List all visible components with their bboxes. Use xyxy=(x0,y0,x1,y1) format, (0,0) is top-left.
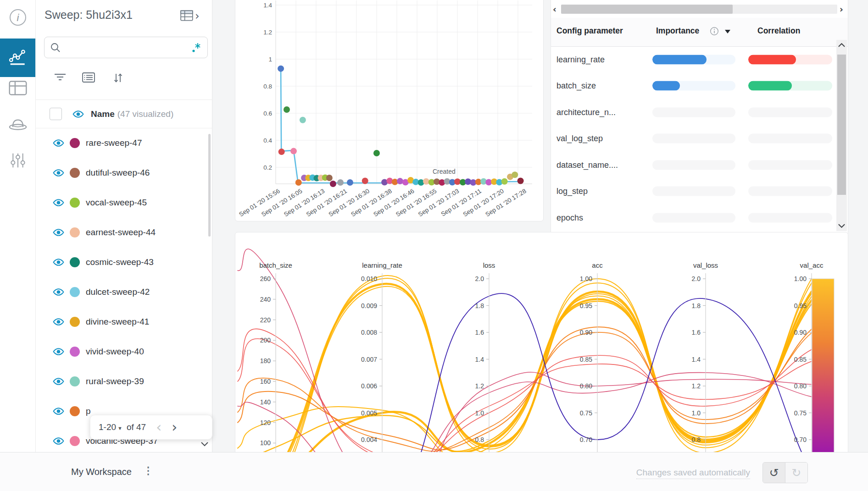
svg-text:0.80: 0.80 xyxy=(794,382,807,390)
run-list-scrollbar[interactable] xyxy=(208,134,211,237)
run-visibility-toggle[interactable] xyxy=(52,139,65,147)
run-visibility-toggle[interactable] xyxy=(52,377,65,386)
line-chart-icon xyxy=(9,50,27,66)
run-name[interactable]: dutiful-sweep-46 xyxy=(86,168,150,178)
run-visibility-toggle[interactable] xyxy=(52,169,65,177)
svg-text:260: 260 xyxy=(260,275,271,282)
importance-bar xyxy=(652,81,735,91)
info-button[interactable]: i xyxy=(0,1,35,34)
param-name: learning_rate xyxy=(556,55,605,64)
run-color-dot xyxy=(70,287,80,297)
table-icon xyxy=(9,81,27,95)
info-tooltip-icon[interactable] xyxy=(710,27,719,36)
run-row: rural-sweep-39 xyxy=(35,366,208,396)
eye-icon xyxy=(52,139,65,147)
run-pagination: 1-20 ▼ of 47 ‹ › xyxy=(90,415,212,440)
sort-caret-icon[interactable] xyxy=(724,29,731,34)
regex-toggle-icon[interactable] xyxy=(191,42,202,53)
run-name[interactable]: rural-sweep-39 xyxy=(86,376,144,386)
scroll-up-chevron-icon[interactable] xyxy=(838,43,846,48)
scroll-right-arrow-icon[interactable]: › xyxy=(840,4,843,14)
hscroll-track[interactable] xyxy=(561,5,837,14)
param-row[interactable]: learning_rate xyxy=(551,46,848,73)
vscroll-thumb[interactable] xyxy=(837,55,846,195)
select-all-checkbox[interactable] xyxy=(50,108,62,120)
name-column-header[interactable]: Name xyxy=(91,109,115,119)
created-chart[interactable]: 1.41.210.80.60.40.2Sep 01 '20 15:56Sep 0… xyxy=(235,0,543,221)
eye-icon xyxy=(52,258,65,266)
importance-column-header[interactable]: Importance xyxy=(656,26,699,36)
importance-bar xyxy=(652,160,735,170)
prev-page-button[interactable]: ‹ xyxy=(156,423,161,432)
run-color-dot xyxy=(70,317,80,327)
run-visibility-toggle[interactable] xyxy=(52,407,65,415)
search-icon xyxy=(50,42,61,53)
scroll-down-chevron-icon[interactable] xyxy=(200,441,209,447)
svg-text:1.8: 1.8 xyxy=(475,302,484,309)
run-name[interactable]: rare-sweep-47 xyxy=(86,138,142,148)
panel-settings-tab[interactable] xyxy=(0,144,35,177)
correlation-column-header[interactable]: Correlation xyxy=(757,26,800,36)
config-parameter-column-header: Config parameter xyxy=(556,26,623,36)
hscroll-thumb[interactable] xyxy=(561,5,733,14)
run-visibility-toggle[interactable] xyxy=(52,348,65,356)
next-page-button[interactable]: › xyxy=(172,423,177,432)
run-name[interactable]: vocal-sweep-45 xyxy=(86,198,147,208)
svg-text:140: 140 xyxy=(260,398,271,406)
run-name[interactable]: divine-sweep-41 xyxy=(86,317,149,327)
scroll-left-arrow-icon[interactable]: ‹ xyxy=(553,4,556,14)
scroll-down-chevron-icon[interactable] xyxy=(838,223,846,228)
redo-button[interactable]: ↻ xyxy=(785,463,807,483)
run-row: earnest-sweep-44 xyxy=(35,217,208,247)
toggle-all-visibility-button[interactable] xyxy=(72,110,84,118)
run-visibility-toggle[interactable] xyxy=(52,199,65,207)
run-name[interactable]: cosmic-sweep-43 xyxy=(86,257,154,267)
page-range[interactable]: 1-20 xyxy=(99,422,116,432)
left-icon-rail: i xyxy=(0,0,36,452)
param-row[interactable]: epochs xyxy=(551,204,848,231)
parallel-coordinates-chart[interactable]: batch_size260240220200180160140120100lea… xyxy=(235,232,846,460)
param-name: batch_size xyxy=(556,81,596,91)
svg-text:0.8: 0.8 xyxy=(263,83,272,90)
run-visibility-toggle[interactable] xyxy=(52,288,65,296)
undo-button[interactable]: ↺ xyxy=(763,463,785,483)
run-row: rare-sweep-47 xyxy=(35,128,208,158)
columns-button[interactable] xyxy=(82,72,95,83)
open-runs-table-button[interactable]: › xyxy=(180,10,200,22)
svg-text:2.0: 2.0 xyxy=(475,275,484,282)
page-size-caret-icon[interactable]: ▼ xyxy=(117,425,122,431)
run-visibility-toggle[interactable] xyxy=(52,258,65,266)
runs-table-tab[interactable] xyxy=(0,72,35,105)
filter-button[interactable] xyxy=(54,72,67,82)
run-name[interactable]: p xyxy=(86,406,91,416)
sweep-tab[interactable] xyxy=(0,107,35,140)
eye-icon xyxy=(52,318,65,326)
sort-button[interactable] xyxy=(112,72,123,83)
svg-text:0.85: 0.85 xyxy=(580,356,592,363)
param-row[interactable]: dataset_name.... xyxy=(551,152,848,178)
run-search-box[interactable] xyxy=(44,37,208,58)
param-row[interactable]: log_step xyxy=(551,178,848,205)
run-visibility-toggle[interactable] xyxy=(52,437,65,445)
run-search-input[interactable] xyxy=(66,43,191,53)
param-row[interactable]: architecture_n... xyxy=(551,99,848,126)
workspace-title[interactable]: My Workspace xyxy=(71,467,132,477)
importance-table-header: Config parameter Importance Correlation xyxy=(551,18,848,47)
importance-bar xyxy=(652,213,735,222)
workspace-menu-kebab-icon[interactable]: ⋮ xyxy=(143,465,153,477)
run-name[interactable]: earnest-sweep-44 xyxy=(86,227,156,237)
param-row[interactable]: val_log_step xyxy=(551,126,848,152)
param-row[interactable]: batch_size xyxy=(551,73,848,99)
run-name[interactable]: vivid-sweep-40 xyxy=(86,347,144,357)
svg-text:1.2: 1.2 xyxy=(475,382,484,390)
svg-text:1.0: 1.0 xyxy=(475,409,484,417)
sweep-title: Sweep: 5hu2i3x1 xyxy=(45,8,133,22)
run-visibility-toggle[interactable] xyxy=(52,228,65,237)
svg-text:loss: loss xyxy=(483,261,495,269)
svg-text:val_acc: val_acc xyxy=(800,261,823,269)
chevron-right-icon: › xyxy=(195,11,200,21)
run-name[interactable]: dulcet-sweep-42 xyxy=(86,287,150,297)
importance-bar xyxy=(652,187,735,196)
wandb-sweep-workspace: i xyxy=(0,0,868,491)
run-visibility-toggle[interactable] xyxy=(52,318,65,326)
